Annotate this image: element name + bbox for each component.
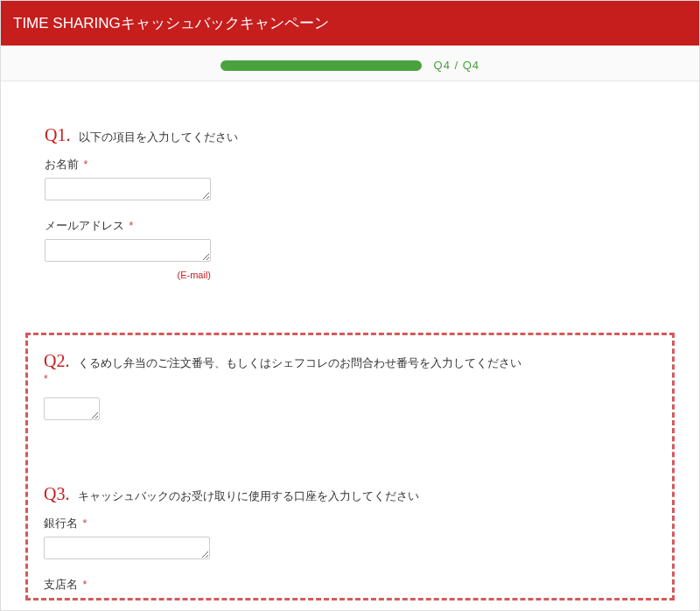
question-3-number: Q3.: [44, 484, 69, 503]
question-3: Q3. キャッシュバックのお受け取りに使用する口座を入力してください 銀行名 *…: [44, 484, 656, 593]
required-mark: *: [129, 220, 133, 232]
progress-text: Q4 / Q4: [434, 59, 480, 72]
question-2-title: Q2. くるめし弁当のご注文番号、もしくはシェフコレのお問合わせ番号を入力してく…: [44, 351, 656, 385]
field-branch-label: 支店名 *: [44, 578, 656, 593]
question-2-text: くるめし弁当のご注文番号、もしくはシェフコレのお問合わせ番号を入力してください: [78, 356, 522, 369]
bank-name-input[interactable]: [44, 537, 210, 559]
field-name: お名前 *: [45, 158, 655, 203]
question-3-text: キャッシュバックのお受け取りに使用する口座を入力してください: [78, 489, 419, 502]
survey-body: Q1. 以下の項目を入力してください お名前 * メールアドレス * (E-ma…: [1, 81, 699, 610]
field-branch: 支店名 *: [44, 578, 656, 593]
survey-page: TIME SHARINGキャッシュバックキャンペーン Q4 / Q4 Q1. 以…: [0, 0, 700, 611]
required-mark: *: [82, 579, 87, 591]
progress-row: Q4 / Q4: [1, 46, 699, 81]
required-mark: *: [83, 158, 88, 171]
progress-separator: /: [451, 59, 463, 72]
progress-total: Q4: [463, 59, 480, 72]
email-hint: (E-mail): [45, 270, 211, 280]
name-input[interactable]: [45, 178, 211, 200]
field-email-label: メールアドレス *: [45, 219, 655, 234]
question-2: Q2. くるめし弁当のご注文番号、もしくはシェフコレのお問合わせ番号を入力してく…: [44, 351, 656, 423]
required-mark: *: [82, 517, 87, 530]
error-highlight-box: Q2. くるめし弁当のご注文番号、もしくはシェフコレのお問合わせ番号を入力してく…: [25, 333, 675, 600]
required-mark: *: [44, 373, 656, 385]
question-1-title: Q1. 以下の項目を入力してください: [45, 125, 655, 145]
question-1-text: 以下の項目を入力してください: [79, 130, 238, 144]
field-bank: 銀行名 *: [44, 516, 656, 562]
field-bank-label: 銀行名 *: [44, 516, 656, 531]
page-header: TIME SHARINGキャッシュバックキャンペーン: [1, 1, 699, 46]
question-2-number: Q2.: [44, 351, 69, 370]
order-number-input[interactable]: [44, 397, 100, 420]
email-input[interactable]: [45, 239, 211, 262]
field-email: メールアドレス * (E-mail): [45, 219, 655, 280]
progress-bar: [220, 60, 422, 71]
question-3-title: Q3. キャッシュバックのお受け取りに使用する口座を入力してください: [44, 484, 656, 504]
progress-current: Q4: [434, 59, 451, 72]
question-1: Q1. 以下の項目を入力してください お名前 * メールアドレス * (E-ma…: [45, 125, 655, 280]
field-name-label: お名前 *: [45, 158, 655, 172]
page-title: TIME SHARINGキャッシュバックキャンペーン: [13, 15, 329, 32]
question-1-number: Q1.: [45, 125, 70, 144]
